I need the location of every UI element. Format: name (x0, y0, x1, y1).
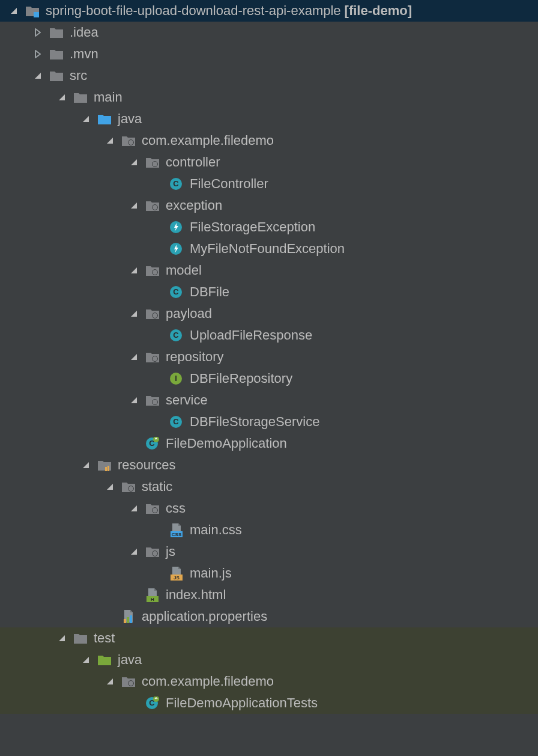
class-icon: C (169, 285, 184, 299)
tree-item-file-controller[interactable]: CFileController (0, 173, 538, 195)
chevron-down-icon[interactable] (80, 460, 91, 471)
tree-item-dbfile-storage-service[interactable]: CDBFileStorageService (0, 411, 538, 433)
tree-item-test[interactable]: test (0, 627, 538, 649)
package-icon (145, 155, 160, 169)
svg-point-11 (153, 313, 158, 319)
tree-item-main-js[interactable]: JSmain.js (0, 562, 538, 584)
svg-text:H: H (151, 597, 154, 602)
tree-item-label: main (94, 90, 122, 105)
chevron-down-icon[interactable] (128, 503, 139, 514)
tree-item-file-storage-exception[interactable]: FileStorageException (0, 216, 538, 238)
svg-rect-24 (107, 466, 109, 471)
svg-rect-36 (130, 615, 132, 623)
package-icon (145, 263, 160, 278)
tree-item-upload-file-response[interactable]: CUploadFileResponse (0, 325, 538, 346)
chevron-down-icon[interactable] (128, 157, 139, 168)
package-icon (145, 544, 160, 559)
exception-class-icon (169, 220, 184, 234)
tree-item-label: application.properties (142, 609, 267, 624)
chevron-down-icon[interactable] (128, 395, 139, 406)
svg-point-2 (153, 162, 158, 167)
tree-item-test-java[interactable]: java (0, 649, 538, 671)
tree-item-main-java[interactable]: java (0, 108, 538, 130)
tree-item-package-test[interactable]: com.example.filedemo (0, 671, 538, 692)
tree-item-label: service (166, 392, 208, 408)
tree-item-main-css[interactable]: CSSmain.css (0, 519, 538, 541)
svg-rect-23 (105, 467, 107, 471)
tree-item-label: model (166, 263, 202, 278)
chevron-down-icon[interactable] (128, 265, 139, 276)
tree-item-application-properties[interactable]: application.properties (0, 606, 538, 627)
tree-item-label: java (118, 652, 142, 668)
chevron-down-icon[interactable] (128, 200, 139, 211)
tree-item-main[interactable]: main (0, 87, 538, 108)
tree-item-src[interactable]: src (0, 65, 538, 87)
svg-point-26 (153, 508, 158, 513)
package-icon (145, 198, 160, 213)
chevron-right-icon[interactable] (32, 49, 43, 59)
interface-icon: I (169, 371, 184, 386)
tree-item-label: com.example.filedemo (142, 133, 274, 148)
chevron-down-icon[interactable] (8, 5, 19, 16)
tree-item-label: FileController (190, 176, 268, 192)
chevron-down-icon[interactable] (56, 633, 67, 644)
tree-item-mvn[interactable]: .mvn (0, 43, 538, 65)
tree-item-label: index.html (166, 587, 226, 603)
project-root[interactable]: spring-boot-file-upload-download-rest-ap… (0, 0, 538, 22)
css-file-icon: CSS (169, 523, 184, 537)
chevron-down-icon[interactable] (80, 114, 91, 124)
svg-rect-34 (124, 619, 126, 623)
tree-item-dbfile[interactable]: CDBFile (0, 281, 538, 303)
svg-point-29 (153, 551, 158, 556)
package-icon (121, 480, 136, 494)
tree-item-my-file-not-found-exception[interactable]: MyFileNotFoundException (0, 238, 538, 260)
test-source-folder-icon (97, 653, 112, 667)
svg-text:CSS: CSS (172, 532, 182, 537)
js-file-icon: JS (169, 566, 184, 581)
chevron-right-icon[interactable] (32, 27, 43, 38)
tree-item-label: .mvn (70, 46, 98, 62)
tree-item-label: spring-boot-file-upload-download-rest-ap… (46, 3, 341, 19)
tree-item-resources[interactable]: resources (0, 454, 538, 476)
tree-item-js[interactable]: js (0, 541, 538, 562)
tree-item-label: repository (166, 349, 224, 365)
chevron-down-icon[interactable] (128, 308, 139, 319)
svg-text:C: C (173, 287, 179, 296)
chevron-down-icon[interactable] (104, 481, 115, 492)
tree-item-index-html[interactable]: Hindex.html (0, 584, 538, 606)
tree-item-static[interactable]: static (0, 476, 538, 498)
chevron-down-icon[interactable] (80, 654, 91, 665)
chevron-down-icon[interactable] (128, 546, 139, 557)
svg-point-17 (153, 400, 158, 405)
package-icon (145, 350, 160, 364)
chevron-down-icon[interactable] (104, 135, 115, 146)
tree-item-model[interactable]: model (0, 260, 538, 281)
tree-item-payload[interactable]: payload (0, 303, 538, 325)
tree-item-repository[interactable]: repository (0, 346, 538, 368)
tree-item-service[interactable]: service (0, 389, 538, 411)
chevron-down-icon[interactable] (104, 676, 115, 687)
tree-item-label: js (166, 544, 175, 559)
tree-item-exception[interactable]: exception (0, 195, 538, 216)
chevron-down-icon[interactable] (128, 352, 139, 362)
package-icon (121, 674, 136, 689)
tree-item-css[interactable]: css (0, 498, 538, 519)
chevron-down-icon[interactable] (32, 70, 43, 81)
package-icon (145, 501, 160, 516)
svg-text:C: C (173, 331, 179, 340)
tree-item-file-demo-application-tests[interactable]: CFileDemoApplicationTests (0, 692, 538, 714)
tree-item-controller[interactable]: controller (0, 151, 538, 173)
class-icon: C (169, 415, 184, 429)
module-folder-icon (25, 4, 40, 18)
properties-file-icon (121, 609, 136, 624)
folder-icon (49, 47, 64, 61)
tree-item-package-main[interactable]: com.example.filedemo (0, 130, 538, 151)
tree-item-dbfile-repository[interactable]: IDBFileRepository (0, 368, 538, 389)
exception-class-icon (169, 242, 184, 256)
svg-text:I: I (175, 374, 177, 383)
source-folder-icon (97, 112, 112, 126)
tree-item-idea[interactable]: .idea (0, 22, 538, 43)
folder-icon (49, 69, 64, 83)
tree-item-file-demo-application[interactable]: CFileDemoApplication (0, 433, 538, 454)
chevron-down-icon[interactable] (56, 92, 67, 103)
